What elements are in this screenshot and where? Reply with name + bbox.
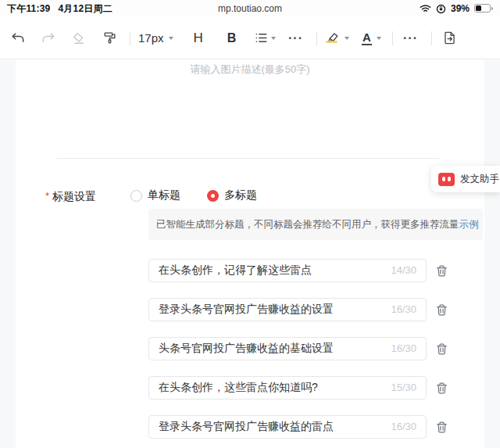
radio-icon bbox=[130, 190, 142, 202]
title-input-wrap: 15/30 bbox=[148, 376, 427, 400]
insert-document-button[interactable] bbox=[440, 27, 460, 50]
assistant-label: 发文助手 bbox=[460, 173, 499, 186]
title-input-3[interactable] bbox=[149, 338, 426, 360]
highlight-dropdown[interactable] bbox=[325, 27, 349, 50]
list-dropdown[interactable] bbox=[254, 27, 276, 50]
page-gutter-left bbox=[0, 60, 16, 448]
orientation-lock-icon bbox=[436, 4, 446, 14]
delete-title-button[interactable] bbox=[435, 382, 448, 395]
title-mode-radio-group: 单标题 多标题 bbox=[130, 188, 284, 202]
toolbar-divider bbox=[130, 31, 130, 45]
title-input-2[interactable] bbox=[149, 299, 426, 321]
toutiao-assistant-icon bbox=[438, 173, 455, 186]
status-date: 4月12日周二 bbox=[58, 2, 112, 16]
radio-multi-title[interactable]: 多标题 bbox=[207, 188, 257, 202]
title-row: 15/30 bbox=[148, 376, 461, 400]
redo-button[interactable] bbox=[38, 27, 59, 50]
image-caption-input[interactable]: 请输入图片描述(最多50字) bbox=[0, 63, 500, 77]
smart-title-banner: 已智能生成部分标题，不同标题会推荐给不同用户，获得更多推荐流量示例 bbox=[148, 209, 483, 240]
banner-text: 已智能生成部分标题，不同标题会推荐给不同用户，获得更多推荐流量 bbox=[156, 218, 459, 231]
chevron-down-icon bbox=[345, 37, 349, 40]
radio-icon bbox=[207, 190, 219, 202]
toolbar-divider bbox=[392, 31, 393, 45]
title-input-wrap: 16/30 bbox=[148, 337, 427, 360]
clear-format-eraser-icon[interactable] bbox=[69, 27, 89, 50]
editor-toolbar: 17px H B ··· bbox=[0, 17, 500, 59]
text-color-label: A bbox=[362, 31, 372, 45]
heading-label: H bbox=[193, 30, 202, 46]
status-right: 39% bbox=[420, 3, 493, 14]
battery-fill bbox=[476, 5, 481, 11]
status-left: 下午11:39 4月12日周二 bbox=[7, 2, 112, 16]
status-bar: 下午11:39 4月12日周二 mp.toutiao.com 39% bbox=[0, 0, 500, 17]
undo-button[interactable] bbox=[8, 27, 28, 50]
font-size-dropdown[interactable]: 17px bbox=[138, 27, 173, 50]
title-input-wrap: 14/30 bbox=[148, 259, 427, 282]
heading-button[interactable]: H bbox=[188, 27, 209, 50]
delete-title-button[interactable] bbox=[435, 264, 448, 278]
publish-assistant-button[interactable]: 发文助手 bbox=[431, 166, 500, 192]
more-formats-button[interactable]: ··· bbox=[286, 27, 306, 50]
highlighter-icon bbox=[325, 30, 340, 45]
title-row: 16/30 bbox=[148, 337, 461, 360]
chevron-down-icon bbox=[377, 37, 381, 40]
battery-percent: 39% bbox=[451, 3, 470, 14]
title-input-wrap: 16/30 bbox=[148, 415, 427, 439]
toolbar-divider bbox=[316, 31, 317, 45]
title-row: 14/30 bbox=[148, 259, 461, 282]
format-painter-icon[interactable] bbox=[99, 27, 120, 50]
title-input-5[interactable] bbox=[149, 416, 426, 438]
delete-title-button[interactable] bbox=[435, 303, 448, 317]
battery-icon bbox=[474, 4, 493, 13]
delete-title-button[interactable] bbox=[435, 342, 448, 356]
radio-single-title[interactable]: 单标题 bbox=[130, 188, 180, 202]
page-gutter-right bbox=[484, 60, 500, 448]
font-size-value: 17px bbox=[138, 31, 164, 45]
bold-button[interactable]: B bbox=[222, 27, 242, 50]
required-asterisk: * bbox=[45, 190, 49, 202]
title-settings-label: *标题设置 bbox=[45, 190, 96, 204]
delete-title-button[interactable] bbox=[435, 421, 448, 434]
chevron-down-icon bbox=[169, 37, 173, 40]
title-row: 16/30 bbox=[148, 415, 461, 439]
page: 下午11:39 4月12日周二 mp.toutiao.com 39% bbox=[0, 0, 500, 448]
more-tools-button[interactable]: ··· bbox=[401, 27, 421, 50]
section-divider bbox=[56, 158, 440, 159]
ellipsis-icon: ··· bbox=[288, 31, 303, 45]
bold-label: B bbox=[227, 31, 237, 45]
battery-nub bbox=[491, 7, 494, 10]
wifi-icon bbox=[420, 4, 431, 13]
title-input-4[interactable] bbox=[149, 377, 426, 399]
title-input-wrap: 16/30 bbox=[148, 298, 427, 321]
text-color-dropdown[interactable]: A bbox=[362, 27, 382, 50]
chevron-down-icon bbox=[271, 37, 276, 40]
document-import-icon bbox=[442, 30, 457, 45]
title-input-1[interactable] bbox=[149, 260, 426, 281]
example-link[interactable]: 示例 bbox=[459, 218, 479, 231]
bullet-list-icon bbox=[254, 30, 269, 45]
ellipsis-icon: ··· bbox=[403, 31, 418, 45]
status-time: 下午11:39 bbox=[7, 2, 50, 16]
toolbar-divider bbox=[431, 31, 432, 45]
title-row: 16/30 bbox=[148, 298, 461, 321]
